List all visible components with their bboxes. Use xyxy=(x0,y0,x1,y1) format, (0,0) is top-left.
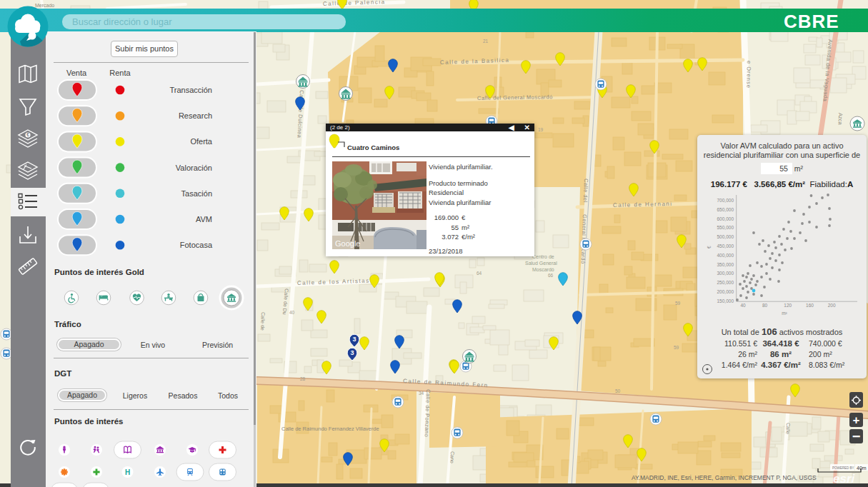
svg-text:POWERED BY: POWERED BY xyxy=(832,466,854,470)
svg-text:450,000: 450,000 xyxy=(717,244,734,248)
svg-text:Centro de: Centro de xyxy=(532,254,554,259)
svg-text:AY.MADRID, INE, Esri, HERE, Ga: AY.MADRID, INE, Esri, HERE, Garmin, INCR… xyxy=(632,474,817,481)
svg-text:500,000: 500,000 xyxy=(717,234,734,239)
svg-text:40m: 40m xyxy=(857,466,867,471)
svg-text:34: 34 xyxy=(419,391,424,396)
svg-text:40: 40 xyxy=(289,310,295,315)
svg-text:Azca: Azca xyxy=(837,113,844,126)
svg-text:Calle del: Calle del xyxy=(582,179,589,203)
svg-text:200: 200 xyxy=(828,303,836,308)
svg-text:650,000: 650,000 xyxy=(717,207,734,212)
svg-text:59: 59 xyxy=(674,345,679,350)
svg-text:€: € xyxy=(26,132,29,137)
svg-text:300,000: 300,000 xyxy=(717,271,734,276)
svg-text:Salud General: Salud General xyxy=(525,261,557,266)
svg-text:150,000: 150,000 xyxy=(717,298,734,303)
svg-text:400,000: 400,000 xyxy=(717,253,734,258)
svg-text:350,000: 350,000 xyxy=(717,262,734,267)
svg-text:200,000: 200,000 xyxy=(717,289,734,294)
svg-text:28: 28 xyxy=(300,376,306,381)
svg-text:40: 40 xyxy=(740,303,746,308)
svg-text:3: 3 xyxy=(352,336,356,343)
svg-text:64: 64 xyxy=(477,271,482,276)
svg-text:50: 50 xyxy=(615,388,621,393)
svg-text:3: 3 xyxy=(350,349,354,356)
svg-text:€: € xyxy=(707,246,712,248)
svg-text:Calle de Raimundo Fernandez Vi: Calle de Raimundo Fernandez Villaverde xyxy=(281,426,379,432)
svg-text:160: 160 xyxy=(806,303,814,308)
svg-text:19: 19 xyxy=(538,127,544,132)
svg-text:Tasación: Tasación xyxy=(181,189,212,198)
svg-text:59: 59 xyxy=(675,301,681,306)
svg-text:Fotocasa: Fotocasa xyxy=(180,241,213,249)
svg-text:Transacción: Transacción xyxy=(169,86,212,94)
svg-text:21: 21 xyxy=(483,39,489,44)
svg-text:700,000: 700,000 xyxy=(717,198,734,203)
svg-text:AVM: AVM xyxy=(196,215,212,224)
svg-text:Oferta: Oferta xyxy=(190,137,212,146)
svg-text:e Orense: e Orense xyxy=(745,61,752,89)
svg-text:m²: m² xyxy=(782,311,787,316)
svg-text:H: H xyxy=(125,468,130,476)
svg-text:Calle: Calle xyxy=(785,423,791,434)
svg-text:Moscardó: Moscardó xyxy=(532,267,554,272)
svg-text:250,000: 250,000 xyxy=(717,280,734,285)
svg-text:66: 66 xyxy=(548,273,554,278)
svg-text:Calle de: Calle de xyxy=(260,312,266,331)
svg-text:Valoración: Valoración xyxy=(176,164,212,172)
svg-text:Cano: Cano xyxy=(449,451,455,463)
svg-text:550,000: 550,000 xyxy=(717,225,734,230)
svg-text:600,000: 600,000 xyxy=(717,216,734,221)
svg-text:Research: Research xyxy=(179,111,212,120)
svg-text:80: 80 xyxy=(762,303,768,308)
svg-text:Google: Google xyxy=(335,239,360,248)
svg-text:120: 120 xyxy=(784,303,792,308)
